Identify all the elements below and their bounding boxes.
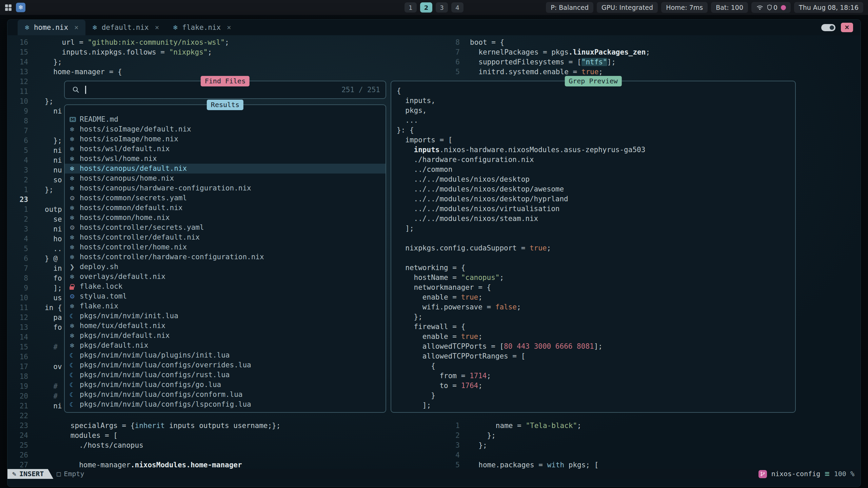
toggle-knob	[830, 25, 834, 30]
tab-default.nix[interactable]: ❄default.nix×	[85, 20, 166, 35]
file-path: pkgs/default.nix	[80, 341, 148, 350]
grep-preview-title: Grep Preview	[565, 76, 622, 86]
code-line: 3 };	[7, 441, 861, 450]
file-result-item[interactable]: ☾pkgs/nvim/nvim/init.lua	[65, 311, 386, 321]
status-module[interactable]: GPU: Integrated	[597, 2, 658, 13]
nix-file-icon: ❄	[70, 272, 80, 282]
status-line: ✎ INSERT □ Empty nixos-config ≡ 100 %	[7, 469, 861, 479]
line-number: 3	[11, 165, 28, 175]
workspace-button-1[interactable]: 1	[405, 2, 417, 13]
line-number: 23	[11, 195, 28, 205]
status-module[interactable]: P: Balanced	[546, 2, 593, 13]
code-line: 5 home.packages = with pkgs; [	[7, 460, 861, 470]
tab-flake.nix[interactable]: ❄flake.nix×	[166, 20, 238, 35]
file-result-item[interactable]: ❄hosts/wsl/default.nix	[65, 144, 386, 154]
file-result-item[interactable]: ☾pkgs/nvim/nvim/lua/configs/go.lua	[65, 380, 386, 390]
line-number: 12	[11, 313, 28, 323]
line-number: 5	[11, 244, 28, 254]
preview-line: {	[397, 361, 793, 371]
result-counter: 251 / 251	[341, 85, 386, 95]
file-result-item[interactable]: ❄hosts/isoImage/default.nix	[65, 124, 386, 134]
lock-file-icon	[70, 283, 80, 290]
preview-line: };	[397, 312, 793, 322]
tray-module[interactable]: 0	[751, 2, 791, 13]
sh-file-icon: ❯	[70, 262, 80, 272]
lua-file-icon: ☾	[70, 390, 80, 400]
file-path: pkgs/nvim/nvim/init.lua	[80, 311, 178, 321]
toggle-switch[interactable]	[821, 24, 835, 31]
file-result-item[interactable]: ☾pkgs/nvim/nvim/lua/configs/conform.lua	[65, 390, 386, 400]
file-result-item[interactable]: ❄pkgs/nvim/default.nix	[65, 331, 386, 341]
file-result-item[interactable]: MREADME.md	[65, 115, 386, 124]
mode-label: INSERT	[19, 469, 44, 479]
window-close-button[interactable]: ×	[841, 23, 853, 32]
line-number: 11	[11, 303, 28, 313]
clock[interactable]: Thu Aug 08, 18:16	[794, 2, 863, 13]
file-result-item[interactable]: flake.lock	[65, 282, 386, 291]
file-result-item[interactable]: ☾pkgs/nvim/nvim/lua/configs/overrides.lu…	[65, 360, 386, 370]
apps-grid-icon	[5, 4, 12, 11]
file-result-item[interactable]: ❄hosts/common/default.nix	[65, 203, 386, 213]
file-result-item[interactable]: ☾pkgs/nvim/nvim/lua/configs/rust.lua	[65, 370, 386, 380]
line-number: 17	[11, 362, 28, 372]
preview-line: ../common	[397, 165, 793, 175]
file-result-item[interactable]: ❯deploy.sh	[65, 262, 386, 272]
file-result-item[interactable]: ❄hosts/isoImage/home.nix	[65, 134, 386, 144]
file-path: pkgs/nvim/nvim/lua/plugins/init.lua	[80, 350, 230, 360]
lines-icon: ≡	[825, 469, 829, 479]
line-number: 1	[447, 421, 460, 431]
file-result-item[interactable]: ⚙stylua.toml	[65, 291, 386, 301]
nix-file-icon: ❄	[70, 203, 80, 213]
file-result-item[interactable]: ❄hosts/common/home.nix	[65, 213, 386, 223]
text-cursor	[85, 86, 86, 94]
find-files-prompt[interactable]: Find Files 251 / 251	[64, 81, 386, 99]
tab-close-icon[interactable]: ×	[225, 23, 231, 33]
file-result-item[interactable]: ☾pkgs/nvim/nvim/lua/configs/lspconfig.lu…	[65, 400, 386, 409]
file-path: pkgs/nvim/nvim/lua/configs/overrides.lua	[80, 360, 251, 370]
file-result-item[interactable]: ❄hosts/canopus/hardware-configuration.ni…	[65, 183, 386, 193]
file-result-item[interactable]: ❄hosts/canopus/home.nix	[65, 174, 386, 183]
shield-icon	[767, 4, 772, 11]
file-result-item[interactable]: ☾pkgs/nvim/nvim/lua/plugins/init.lua	[65, 350, 386, 360]
app-launcher-button[interactable]	[5, 4, 12, 11]
preview-line: hostName = "canopus";	[397, 273, 793, 283]
file-path: hosts/common/default.nix	[80, 203, 182, 213]
file-result-item[interactable]: ❄hosts/controller/home.nix	[65, 242, 386, 252]
preview-line: networking = {	[397, 263, 793, 273]
file-result-item[interactable]: ❄overlays/default.nix	[65, 272, 386, 282]
status-module[interactable]: Bat: 100	[711, 2, 748, 13]
preview-line: ];	[397, 401, 793, 410]
tab-close-icon[interactable]: ×	[153, 23, 159, 33]
file-result-item[interactable]: ❄hosts/wsl/home.nix	[65, 154, 386, 164]
tab-close-icon[interactable]: ×	[72, 23, 79, 33]
preview-line: ../../modules/nixos/steam.nix	[397, 214, 793, 224]
nix-flake-icon: ❄	[173, 23, 178, 33]
workspace-button-3[interactable]: 3	[436, 2, 448, 13]
preview-line	[397, 233, 793, 243]
file-path: pkgs/nvim/nvim/lua/configs/conform.lua	[80, 390, 242, 400]
results-title: Results	[207, 100, 243, 110]
file-path: hosts/canopus/default.nix	[80, 164, 187, 174]
yaml-file-icon: ⚙	[70, 223, 80, 232]
line-number: 20	[11, 391, 28, 401]
preview-line: pkgs,	[397, 106, 793, 116]
distro-logo-button[interactable]: ❄	[16, 3, 25, 12]
lua-file-icon: ☾	[70, 370, 80, 380]
status-module[interactable]: Home: 7ms	[661, 2, 708, 13]
file-path: flake.nix	[80, 301, 118, 311]
file-result-item[interactable]: ❄hosts/canopus/default.nix	[65, 164, 386, 174]
workspace-button-4[interactable]: 4	[451, 2, 463, 13]
workspace-button-2[interactable]: 2	[420, 2, 432, 13]
file-result-item[interactable]: ⚙hosts/controller/secrets.yaml	[65, 223, 386, 232]
lua-file-icon: ☾	[70, 311, 80, 321]
preview-line: inputs.nixos-hardware.nixosModules.asus-…	[397, 145, 793, 155]
nix-file-icon: ❄	[70, 164, 80, 174]
file-result-item[interactable]: ❄pkgs/default.nix	[65, 341, 386, 350]
tab-home.nix[interactable]: ❄home.nix×	[18, 20, 85, 35]
file-result-item[interactable]: ❄home/tux/default.nix	[65, 321, 386, 331]
file-result-item[interactable]: ❄hosts/controller/hardware-configuration…	[65, 252, 386, 262]
preview-line: allowedTCPPortRanges = [	[397, 351, 793, 361]
file-result-item[interactable]: ⚙hosts/common/secrets.yaml	[65, 193, 386, 203]
file-result-item[interactable]: ❄hosts/controller/default.nix	[65, 232, 386, 242]
file-result-item[interactable]: ❄flake.nix	[65, 301, 386, 311]
